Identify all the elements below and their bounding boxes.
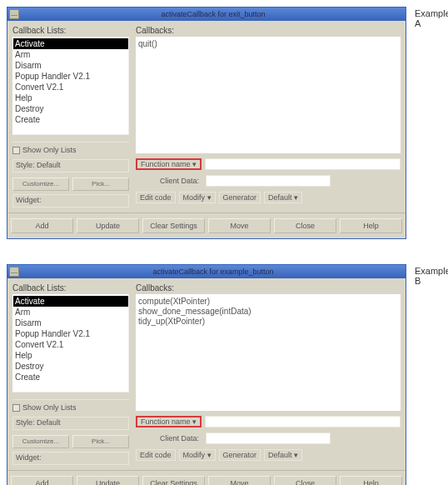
- callback-lists-label: Callback Lists:: [12, 26, 129, 35]
- bottom-bar: Add Update Clear Settings Move Close Hel…: [7, 470, 406, 485]
- client-data-input[interactable]: [206, 432, 331, 444]
- update-button[interactable]: Update: [77, 218, 139, 233]
- list-item[interactable]: Disarm: [13, 318, 128, 328]
- default-button[interactable]: Default ▾: [264, 192, 302, 203]
- bottom-bar: Add Update Clear Settings Move Close Hel…: [7, 212, 406, 238]
- help-button[interactable]: Help: [340, 476, 402, 485]
- list-item[interactable]: Disarm: [13, 60, 128, 71]
- customize-button[interactable]: Customize...: [12, 178, 69, 191]
- dialog-b: — activateCallback for example_button Ca…: [7, 264, 406, 485]
- add-button[interactable]: Add: [11, 476, 73, 485]
- list-item[interactable]: Activate: [13, 38, 128, 49]
- style-dropdown[interactable]: Style: Default: [12, 417, 129, 430]
- widget-field[interactable]: Widget:: [12, 194, 129, 208]
- list-item[interactable]: Convert V2.1: [13, 339, 128, 350]
- default-button[interactable]: Default ▾: [264, 449, 302, 461]
- titlebar[interactable]: — activateCallback for example_button: [7, 265, 406, 278]
- list-item[interactable]: Help: [13, 350, 128, 361]
- client-data-label: Client Data:: [136, 177, 202, 185]
- callbacks-label: Callbacks:: [136, 26, 401, 35]
- editcode-button[interactable]: Edit code: [136, 449, 176, 461]
- close-button[interactable]: Close: [274, 218, 336, 233]
- style-dropdown[interactable]: Style: Default: [12, 159, 129, 172]
- showonly-checkbox[interactable]: [12, 404, 20, 412]
- move-button[interactable]: Move: [208, 218, 271, 233]
- callbacks-label: Callbacks:: [136, 283, 401, 292]
- client-data-input[interactable]: [206, 175, 331, 187]
- showonly-checkbox[interactable]: [12, 147, 20, 154]
- list-item[interactable]: Convert V2.1: [13, 82, 128, 92]
- list-item[interactable]: Destroy: [13, 103, 128, 114]
- window-menu-icon[interactable]: —: [9, 267, 19, 277]
- update-button[interactable]: Update: [77, 476, 139, 485]
- list-item[interactable]: Arm: [13, 307, 128, 318]
- window-title: activateCallback for exit_button: [22, 10, 404, 18]
- editcode-button[interactable]: Edit code: [136, 192, 176, 203]
- callback-line[interactable]: compute(XtPointer): [138, 297, 398, 307]
- callback-lists-label: Callback Lists:: [12, 283, 129, 292]
- example-b-label: Example B: [415, 266, 448, 286]
- list-item[interactable]: Create: [13, 114, 128, 125]
- clear-settings-button[interactable]: Clear Settings: [142, 218, 205, 233]
- callbacks-listbox[interactable]: quit(): [136, 37, 401, 153]
- list-item[interactable]: Popup Handler V2.1: [13, 328, 128, 339]
- function-name-input[interactable]: [205, 416, 401, 428]
- list-item[interactable]: Create: [13, 372, 128, 382]
- pick-button[interactable]: Pick...: [72, 435, 129, 448]
- move-button[interactable]: Move: [208, 476, 271, 485]
- modify-button[interactable]: Modify ▾: [179, 192, 216, 203]
- modify-button[interactable]: Modify ▾: [179, 449, 216, 461]
- add-button[interactable]: Add: [11, 218, 73, 233]
- window-menu-icon[interactable]: —: [9, 9, 19, 19]
- list-item[interactable]: Popup Handler V2.1: [13, 71, 128, 82]
- list-item[interactable]: Help: [13, 92, 128, 103]
- callback-line[interactable]: quit(): [138, 39, 398, 49]
- pick-button[interactable]: Pick...: [72, 178, 129, 191]
- function-name-input[interactable]: [205, 158, 401, 170]
- example-a-label: Example A: [415, 8, 448, 28]
- generator-button[interactable]: Generator: [219, 192, 261, 203]
- help-button[interactable]: Help: [340, 218, 402, 233]
- list-item[interactable]: Activate: [13, 296, 128, 307]
- function-name-dropdown[interactable]: Function name ▾: [136, 158, 202, 170]
- callback-line[interactable]: tidy_up(XtPointer): [138, 317, 398, 327]
- clear-settings-button[interactable]: Clear Settings: [142, 476, 205, 485]
- close-button[interactable]: Close: [274, 476, 336, 485]
- showonly-label: Show Only Lists: [22, 146, 77, 154]
- callback-lists-listbox[interactable]: Activate Arm Disarm Popup Handler V2.1 C…: [12, 37, 129, 135]
- customize-button[interactable]: Customize...: [12, 435, 69, 448]
- titlebar[interactable]: — activateCallback for exit_button: [7, 8, 406, 21]
- showonly-label: Show Only Lists: [22, 403, 77, 412]
- generator-button[interactable]: Generator: [219, 449, 261, 461]
- dialog-a: — activateCallback for exit_button Callb…: [7, 7, 406, 239]
- callback-line[interactable]: show_done_message(intData): [138, 307, 398, 317]
- list-item[interactable]: Arm: [13, 49, 128, 60]
- function-name-dropdown[interactable]: Function name ▾: [136, 416, 202, 428]
- window-title: activateCallback for example_button: [22, 268, 404, 276]
- widget-field[interactable]: Widget:: [12, 452, 129, 465]
- client-data-label: Client Data:: [136, 434, 202, 442]
- list-item[interactable]: Destroy: [13, 361, 128, 372]
- callback-lists-listbox[interactable]: Activate Arm Disarm Popup Handler V2.1 C…: [12, 294, 129, 392]
- callbacks-listbox[interactable]: compute(XtPointer) show_done_message(int…: [136, 294, 401, 411]
